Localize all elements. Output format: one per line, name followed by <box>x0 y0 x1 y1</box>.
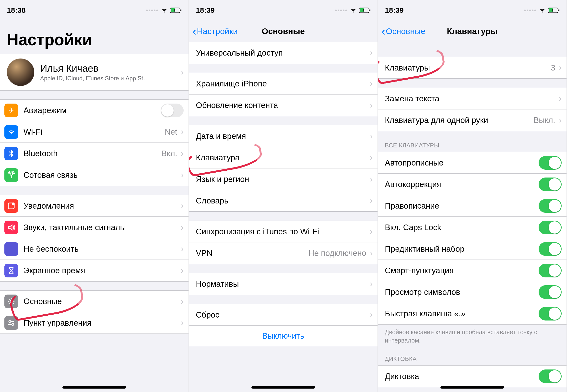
regulatory-row[interactable]: Нормативы › <box>189 273 377 295</box>
character-preview-row[interactable]: Просмотр символов <box>378 281 567 303</box>
back-button[interactable]: ‹ Основные <box>378 26 425 37</box>
chevron-right-icon: › <box>559 63 562 73</box>
sounds-icon <box>4 221 18 234</box>
autocorrect-toggle[interactable] <box>539 178 562 191</box>
status-bar: 18:38 ••••• <box>0 0 189 21</box>
home-indicator <box>441 386 504 389</box>
svg-point-5 <box>12 202 15 205</box>
itunes-label: Синхронизация с iTunes по Wi-Fi <box>196 227 370 236</box>
bluetooth-row[interactable]: Bluetooth Вкл. › <box>0 143 189 164</box>
keyboards-list-row[interactable]: Клавиатуры 3 › <box>378 57 567 79</box>
cellular-dots-icon: ••••• <box>335 7 348 14</box>
control-center-row[interactable]: Пункт управления › <box>0 312 189 334</box>
back-button[interactable]: ‹ Настройки <box>189 26 238 37</box>
caps-lock-row[interactable]: Вкл. Caps Lock <box>378 217 567 238</box>
wifi-icon <box>161 8 168 13</box>
general-scroll[interactable]: Универсальный доступ › Хранилище iPhone … <box>189 42 377 392</box>
autocap-label: Автопрописные <box>385 158 539 168</box>
period-shortcut-toggle[interactable] <box>539 307 562 321</box>
dictionary-row[interactable]: Словарь › <box>189 190 377 211</box>
period-shortcut-label: Быстрая клавиша «.» <box>385 309 539 318</box>
language-region-row[interactable]: Язык и регион › <box>189 168 377 190</box>
charpreview-label: Просмотр символов <box>385 287 539 297</box>
bluetooth-icon <box>4 147 18 160</box>
text-replacement-row[interactable]: Замена текста › <box>378 88 567 110</box>
keyboards-count: 3 <box>551 63 555 72</box>
nav-bar: ‹ Настройки Основные <box>189 21 377 42</box>
status-time: 18:39 <box>385 6 404 14</box>
apple-id-profile-row[interactable]: Илья Кичаев Apple ID, iCloud, iTunes Sto… <box>0 54 189 90</box>
chevron-right-icon: › <box>181 222 184 233</box>
autocap-toggle[interactable] <box>539 156 562 170</box>
cellular-dots-icon: ••••• <box>524 7 537 14</box>
chevron-right-icon: › <box>370 248 373 258</box>
svg-rect-11 <box>369 9 370 11</box>
auto-correction-row[interactable]: Автокоррекция <box>378 174 567 195</box>
charpreview-toggle[interactable] <box>539 285 562 299</box>
dnd-row[interactable]: Не беспокоить › <box>0 238 189 260</box>
keyboard-row[interactable]: Клавиатура › <box>189 147 377 168</box>
airplane-mode-row[interactable]: ✈ Авиарежим <box>0 100 189 121</box>
vpn-row[interactable]: VPN Не подключено › <box>189 242 377 264</box>
svg-point-7 <box>9 321 11 322</box>
cellular-row[interactable]: Сотовая связь › <box>0 164 189 186</box>
chevron-right-icon: › <box>370 196 373 206</box>
one-handed-keyboard-row[interactable]: Клавиатура для одной руки Выкл. › <box>378 110 567 131</box>
chevron-right-icon: › <box>370 153 373 163</box>
dictation-row[interactable]: Диктовка <box>378 365 567 387</box>
general-screen: 18:39 ••••• ‹ Настройки Основные Универс… <box>189 0 378 392</box>
date-label: Дата и время <box>196 131 370 141</box>
shutdown-button[interactable]: Выключить <box>189 326 377 346</box>
smartpunct-label: Смарт-пунктуация <box>385 266 539 275</box>
chevron-right-icon: › <box>370 310 373 320</box>
bluetooth-value: Вкл. <box>161 149 177 158</box>
background-refresh-row[interactable]: Обновление контента › <box>189 95 377 116</box>
caps-lock-toggle[interactable] <box>539 221 562 234</box>
chevron-right-icon: › <box>370 279 373 289</box>
dictation-toggle[interactable] <box>539 369 562 383</box>
cellular-icon <box>4 168 18 182</box>
predictive-toggle[interactable] <box>539 242 562 256</box>
chevron-right-icon: › <box>370 174 373 184</box>
settings-scroll[interactable]: Илья Кичаев Apple ID, iCloud, iTunes Sto… <box>0 54 189 392</box>
smart-punctuation-row[interactable]: Смарт-пунктуация <box>378 260 567 281</box>
spell-label: Правописание <box>385 201 539 210</box>
svg-rect-2 <box>180 9 181 11</box>
vpn-value: Не подключено <box>308 249 366 258</box>
spell-check-row[interactable]: Правописание <box>378 195 567 217</box>
dnd-label: Не беспокоить <box>24 244 181 254</box>
screentime-row[interactable]: Экранное время › <box>0 260 189 281</box>
settings-root-screen: 18:38 ••••• Настройки Илья Кичаев Apple … <box>0 0 189 392</box>
lang-label: Язык и регион <box>196 175 370 184</box>
back-label: Настройки <box>197 27 238 36</box>
period-shortcut-row[interactable]: Быстрая клавиша «.» <box>378 303 567 324</box>
chevron-right-icon: › <box>181 296 184 307</box>
wifi-row[interactable]: Wi-Fi Net › <box>0 121 189 143</box>
airplane-toggle[interactable] <box>161 104 184 117</box>
general-row[interactable]: Основные › <box>0 291 189 312</box>
wifi-icon <box>539 8 546 13</box>
refresh-label: Обновление контента <box>196 101 370 110</box>
notifications-icon <box>4 199 18 213</box>
spell-toggle[interactable] <box>539 199 562 213</box>
reset-row[interactable]: Сброс › <box>189 304 377 326</box>
keyboards-scroll[interactable]: Клавиатуры 3 › Замена текста › Клавиатур… <box>378 42 567 392</box>
svg-rect-3 <box>11 175 12 178</box>
date-time-row[interactable]: Дата и время › <box>189 125 377 147</box>
predictive-row[interactable]: Предиктивный набор <box>378 238 567 260</box>
accessibility-row[interactable]: Универсальный доступ › <box>189 42 377 64</box>
itunes-wifi-sync-row[interactable]: Синхронизация с iTunes по Wi-Fi › <box>189 221 377 242</box>
profile-subtitle: Apple ID, iCloud, iTunes Store и App St… <box>40 75 181 82</box>
period-shortcut-footer: Двойное касание клавиши пробела вставляе… <box>378 325 567 345</box>
iphone-storage-row[interactable]: Хранилище iPhone › <box>189 73 377 95</box>
chevron-right-icon: › <box>181 201 184 211</box>
sounds-label: Звуки, тактильные сигналы <box>24 223 181 232</box>
chevron-right-icon: › <box>370 226 373 237</box>
auto-capitalization-row[interactable]: Автопрописные <box>378 152 567 174</box>
home-indicator <box>62 386 126 389</box>
notifications-row[interactable]: Уведомления › <box>0 195 189 217</box>
svg-point-6 <box>10 300 13 303</box>
smartpunct-toggle[interactable] <box>539 264 562 277</box>
sounds-row[interactable]: Звуки, тактильные сигналы › <box>0 217 189 238</box>
chevron-right-icon: › <box>370 79 373 89</box>
